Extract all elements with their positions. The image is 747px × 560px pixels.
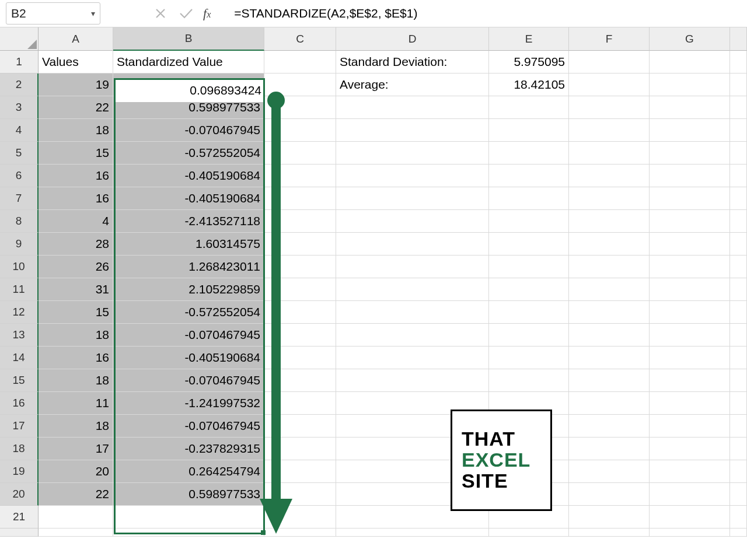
- cell-B20[interactable]: 0.598977533: [113, 483, 264, 506]
- cell-A20[interactable]: 22: [39, 483, 113, 506]
- cell-A10[interactable]: 26: [39, 256, 113, 278]
- cell-B6[interactable]: -0.405190684: [113, 164, 264, 187]
- cell-stub-1[interactable]: [730, 51, 747, 74]
- select-all-triangle[interactable]: [0, 27, 39, 51]
- row-header-4[interactable]: 4: [0, 119, 39, 142]
- row-header-1[interactable]: 1: [0, 51, 39, 74]
- cell-B14[interactable]: -0.405190684: [113, 346, 264, 369]
- that-excel-site-logo: THAT EXCEL SITE: [451, 410, 552, 511]
- row-header-10[interactable]: 10: [0, 256, 39, 278]
- cell-C3[interactable]: [264, 96, 336, 119]
- cell-A19[interactable]: 20: [39, 460, 113, 483]
- cell-B12[interactable]: -0.572552054: [113, 301, 264, 324]
- formula-bar-buttons: [153, 6, 194, 21]
- row-header-6[interactable]: 6: [0, 164, 39, 187]
- fx-icon[interactable]: fx: [203, 6, 211, 21]
- cell-D1[interactable]: Standard Deviation:: [336, 51, 489, 74]
- cell-A17[interactable]: 18: [39, 415, 113, 438]
- row-header-2[interactable]: 2: [0, 74, 39, 96]
- row-header-20[interactable]: 20: [0, 483, 39, 506]
- cell-A3[interactable]: 22: [39, 96, 113, 119]
- cell-E3[interactable]: [489, 96, 569, 119]
- column-header-row: A B C D E F G: [0, 27, 747, 51]
- cell-G2[interactable]: [650, 74, 730, 96]
- cell-A9[interactable]: 28: [39, 233, 113, 256]
- row-header-12[interactable]: 12: [0, 301, 39, 324]
- chevron-down-icon[interactable]: ▾: [91, 9, 95, 18]
- cell-B17[interactable]: -0.070467945: [113, 415, 264, 438]
- col-header-D[interactable]: D: [336, 27, 489, 51]
- cancel-icon[interactable]: [153, 6, 168, 21]
- row-header-16[interactable]: 16: [0, 392, 39, 415]
- col-header-F[interactable]: F: [569, 27, 650, 51]
- cell-B8[interactable]: -2.413527118: [113, 210, 264, 233]
- row-header-21[interactable]: 21: [0, 506, 39, 528]
- cell-B19[interactable]: 0.264254794: [113, 460, 264, 483]
- cell-B18[interactable]: -0.237829315: [113, 438, 264, 460]
- cell-G3[interactable]: [650, 96, 730, 119]
- cell-A7[interactable]: 16: [39, 187, 113, 210]
- cell-F2[interactable]: [569, 74, 650, 96]
- row-header-14[interactable]: 14: [0, 346, 39, 369]
- cell-B9[interactable]: 1.60314575: [113, 233, 264, 256]
- row-header-8[interactable]: 8: [0, 210, 39, 233]
- confirm-icon[interactable]: [179, 6, 194, 21]
- cell-A14[interactable]: 16: [39, 346, 113, 369]
- cell-A6[interactable]: 16: [39, 164, 113, 187]
- cell-A1[interactable]: Values: [39, 51, 113, 74]
- cell-A11[interactable]: 31: [39, 278, 113, 301]
- cell-A4[interactable]: 18: [39, 119, 113, 142]
- row-header-13[interactable]: 13: [0, 324, 39, 346]
- cell-C1[interactable]: [264, 51, 336, 74]
- cell-F3[interactable]: [569, 96, 650, 119]
- row-header-3[interactable]: 3: [0, 96, 39, 119]
- cell-A8[interactable]: 4: [39, 210, 113, 233]
- cell-B5[interactable]: -0.572552054: [113, 142, 264, 164]
- row-header-5[interactable]: 5: [0, 142, 39, 164]
- cell-E1[interactable]: 5.975095: [489, 51, 569, 74]
- row-header-18[interactable]: 18: [0, 438, 39, 460]
- cell-D2[interactable]: Average:: [336, 74, 489, 96]
- col-header-stub: [730, 27, 747, 51]
- col-header-G[interactable]: G: [650, 27, 730, 51]
- formula-input[interactable]: =STANDARDIZE(A2,$E$2, $E$1): [232, 5, 747, 22]
- cell-G1[interactable]: [650, 51, 730, 74]
- cell-B4[interactable]: -0.070467945: [113, 119, 264, 142]
- cell-B15[interactable]: -0.070467945: [113, 369, 264, 392]
- formula-bar: B2 ▾ fx =STANDARDIZE(A2,$E$2, $E$1): [0, 0, 747, 27]
- cell-F1[interactable]: [569, 51, 650, 74]
- row-header-17[interactable]: 17: [0, 415, 39, 438]
- cell-B7[interactable]: -0.405190684: [113, 187, 264, 210]
- cell-B11[interactable]: 2.105229859: [113, 278, 264, 301]
- cell-B1[interactable]: Standardized Value: [113, 51, 264, 74]
- name-box[interactable]: B2 ▾: [6, 2, 100, 24]
- cell-B16[interactable]: -1.241997532: [113, 392, 264, 415]
- cell-A2[interactable]: 19: [39, 74, 113, 96]
- cell-A5[interactable]: 15: [39, 142, 113, 164]
- cell-A21[interactable]: [39, 506, 113, 528]
- spreadsheet-grid: A B C D E F G 1 Values Standardized Valu…: [0, 27, 747, 537]
- col-header-A[interactable]: A: [39, 27, 113, 51]
- cell-A18[interactable]: 17: [39, 438, 113, 460]
- row-header-7[interactable]: 7: [0, 187, 39, 210]
- row-header-22[interactable]: [0, 528, 39, 537]
- row-header-19[interactable]: 19: [0, 460, 39, 483]
- col-header-B[interactable]: B: [113, 27, 264, 51]
- cell-B13[interactable]: -0.070467945: [113, 324, 264, 346]
- cell-A15[interactable]: 18: [39, 369, 113, 392]
- cell-E2[interactable]: 18.42105: [489, 74, 569, 96]
- col-header-C[interactable]: C: [264, 27, 336, 51]
- cell-B10[interactable]: 1.268423011: [113, 256, 264, 278]
- cell-B21[interactable]: [113, 506, 264, 528]
- cell-C2[interactable]: [264, 74, 336, 96]
- cell-A16[interactable]: 11: [39, 392, 113, 415]
- row-header-11[interactable]: 11: [0, 278, 39, 301]
- row-header-15[interactable]: 15: [0, 369, 39, 392]
- cell-A12[interactable]: 15: [39, 301, 113, 324]
- cell-D3[interactable]: [336, 96, 489, 119]
- row-header-9[interactable]: 9: [0, 233, 39, 256]
- cell-A13[interactable]: 18: [39, 324, 113, 346]
- cell-stub-2[interactable]: [730, 74, 747, 96]
- logo-line-1: THAT: [462, 429, 550, 450]
- col-header-E[interactable]: E: [489, 27, 569, 51]
